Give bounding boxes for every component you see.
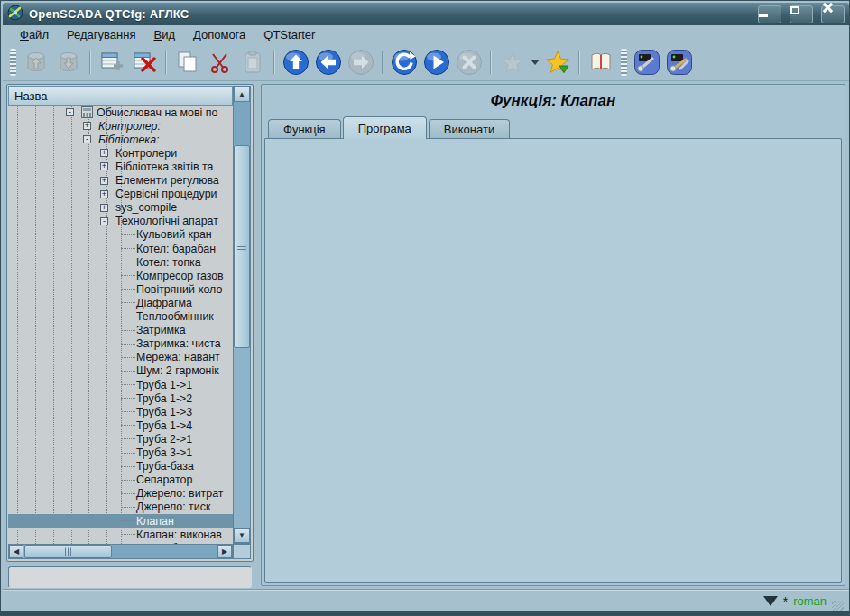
- tree-item-label: Кульовий кран: [136, 228, 212, 241]
- tree-item-Джерело: витрат[interactable]: Джерело: витрат: [8, 487, 233, 501]
- tree-item-Котел: барабан[interactable]: Котел: барабан: [8, 242, 233, 255]
- tree-item-Труба 1->3[interactable]: Труба 1->3: [8, 405, 233, 418]
- tree-item-Сепаратор[interactable]: Сепаратор: [8, 473, 233, 487]
- expand-icon[interactable]: +: [83, 122, 91, 130]
- navigation-tree[interactable]: -Обчислювач на мові по+Контролер:-Бібліо…: [8, 106, 233, 544]
- tree-item-Труба 1->4[interactable]: Труба 1->4: [8, 418, 233, 432]
- tree-item-Бібліотека звітів та[interactable]: +Бібліотека звітів та: [8, 160, 233, 173]
- tree-item-Технологічні апарат[interactable]: -Технологічні апарат: [8, 215, 233, 228]
- menu-item-Вид[interactable]: Вид: [145, 26, 183, 43]
- tree-item-label: Труба-база: [136, 460, 194, 473]
- expand-icon[interactable]: +: [100, 177, 108, 185]
- tree-item-Труба-база[interactable]: Труба-база: [8, 460, 233, 473]
- tree-column-header[interactable]: Назва: [8, 86, 233, 106]
- toolbar-grip[interactable]: [10, 49, 16, 76]
- tree-item-Труба 1->1[interactable]: Труба 1->1: [8, 378, 233, 391]
- tab-Функція[interactable]: Функція: [268, 119, 341, 139]
- scroll-left-arrow[interactable]: ◀: [9, 545, 23, 558]
- menu-item-QTStarter[interactable]: QTStarter: [255, 26, 323, 43]
- expand-icon[interactable]: +: [100, 204, 108, 212]
- window-title: OpenSCADA QTCfg: АГЛКС: [29, 7, 750, 21]
- tree-item-Контролер:[interactable]: +Контролер:: [8, 119, 233, 133]
- tree-item-Контролери[interactable]: +Контролери: [8, 146, 233, 160]
- tree-vertical-scrollbar[interactable]: ▲ ▼: [233, 86, 251, 544]
- tree-connector: [121, 262, 135, 262]
- toolbar-grip[interactable]: [621, 49, 627, 76]
- start-updating-icon[interactable]: [421, 47, 452, 78]
- menu-item-Допомога[interactable]: Допомога: [185, 26, 254, 43]
- add-favorite-icon[interactable]: [542, 47, 573, 78]
- tree-item-Бібліотека:[interactable]: -Бібліотека:: [8, 133, 233, 146]
- stop-updating-icon: [454, 47, 485, 78]
- add-item-icon[interactable]: [97, 47, 127, 78]
- delete-item-icon[interactable]: [129, 47, 160, 78]
- copy-item-icon[interactable]: [172, 47, 203, 78]
- menu-item-Файл[interactable]: Файл: [12, 26, 57, 43]
- tree-item-Сервісні процедури[interactable]: +Сервісні процедури: [8, 188, 233, 201]
- tree-connector: [121, 371, 135, 372]
- tree-item-label: Труба 1->3: [136, 406, 192, 418]
- tree-item-Клапан[interactable]: Клапан: [8, 514, 233, 528]
- menu-item-Редагування[interactable]: Редагування: [59, 26, 144, 43]
- tree-item-Повітряний холо[interactable]: Повітряний холо: [8, 282, 233, 296]
- collapse-icon[interactable]: -: [66, 108, 74, 116]
- tree-item-Теплообмінник[interactable]: Теплообмінник: [8, 310, 233, 324]
- tree-item-Обчислювач на мові по[interactable]: -Обчислювач на мові по: [8, 106, 233, 119]
- favorite-dropdown-icon[interactable]: [529, 47, 541, 78]
- tree-connector: [121, 480, 135, 481]
- scroll-right-arrow[interactable]: ▶: [217, 545, 232, 558]
- separator: [165, 51, 167, 74]
- collapse-icon[interactable]: -: [100, 217, 108, 225]
- tray-arrow-icon[interactable]: [763, 596, 778, 606]
- collapse-icon[interactable]: -: [83, 135, 91, 143]
- tree-item-Джерело: тиск[interactable]: Джерело: тиск: [8, 501, 233, 514]
- qtcfg-launcher-icon[interactable]: [632, 47, 662, 78]
- maximize-button[interactable]: [790, 5, 813, 23]
- tab-Програма[interactable]: Програма: [343, 116, 427, 139]
- scrollbar-thumb[interactable]: [24, 545, 112, 558]
- tree-item-Кульовий кран[interactable]: Кульовий кран: [8, 228, 233, 242]
- tree-item-Труба 3->1[interactable]: Труба 3->1: [8, 446, 233, 460]
- tree-connector: [121, 357, 135, 358]
- tree-item-Затримка: чиста[interactable]: Затримка: чиста: [8, 337, 233, 351]
- tree-item-label: Мережа: навант: [136, 351, 220, 363]
- current-user[interactable]: roman: [793, 594, 827, 608]
- tree-item-label: Шум: 2 гармонік: [136, 364, 219, 377]
- tree-filter-input[interactable]: [8, 566, 252, 588]
- tree-item-Клапан: виконав[interactable]: Клапан: виконав: [8, 528, 233, 541]
- tree-item-Котел: топка[interactable]: Котел: топка: [8, 255, 233, 269]
- tree-item-label: Діафрагма: [136, 297, 192, 309]
- expand-icon[interactable]: +: [100, 190, 108, 198]
- minimize-button[interactable]: [758, 5, 781, 23]
- tree-item-Труба 2->1[interactable]: Труба 2->1: [8, 432, 233, 446]
- tree-item-Елементи регулюва[interactable]: +Елементи регулюва: [8, 174, 233, 188]
- tree-item-label: Труба 3->1: [136, 446, 192, 459]
- tree-connector: [121, 438, 135, 439]
- scroll-down-arrow[interactable]: ▼: [234, 528, 250, 543]
- back-icon[interactable]: [313, 47, 344, 78]
- tree-item-Мережа: навант[interactable]: Мережа: навант: [8, 351, 233, 364]
- up-icon[interactable]: [281, 47, 311, 78]
- close-button[interactable]: [821, 5, 845, 23]
- tab-Виконати[interactable]: Виконати: [429, 119, 510, 139]
- scrollbar-thumb[interactable]: [234, 145, 250, 348]
- scroll-up-arrow[interactable]: ▲: [234, 87, 250, 102]
- refresh-icon[interactable]: [389, 47, 420, 78]
- tree-item-Затримка[interactable]: Затримка: [8, 324, 233, 337]
- tree-horizontal-scrollbar[interactable]: ◀ ▶: [8, 544, 233, 559]
- expand-icon[interactable]: +: [100, 149, 108, 157]
- tree-connector: [121, 411, 135, 412]
- tree-item-sys_compile[interactable]: +sys_compile: [8, 201, 233, 215]
- title-bar[interactable]: OpenSCADA QTCfg: АГЛКС: [3, 3, 849, 25]
- expand-icon[interactable]: +: [100, 162, 108, 170]
- vision-launcher-icon[interactable]: [664, 47, 695, 78]
- tree-item-label: Елементи регулюва: [115, 174, 219, 187]
- cut-item-icon[interactable]: [205, 47, 236, 78]
- tree-item-label: Контролери: [115, 147, 177, 160]
- tree-connector: [121, 330, 135, 331]
- manual-icon[interactable]: [586, 47, 616, 78]
- tree-item-Труба 1->2[interactable]: Труба 1->2: [8, 391, 233, 405]
- tree-item-Шум: 2 гармонік[interactable]: Шум: 2 гармонік: [8, 364, 233, 378]
- tree-item-Діафрагма[interactable]: Діафрагма: [8, 296, 233, 309]
- tree-item-Компресор газов[interactable]: Компресор газов: [8, 269, 233, 282]
